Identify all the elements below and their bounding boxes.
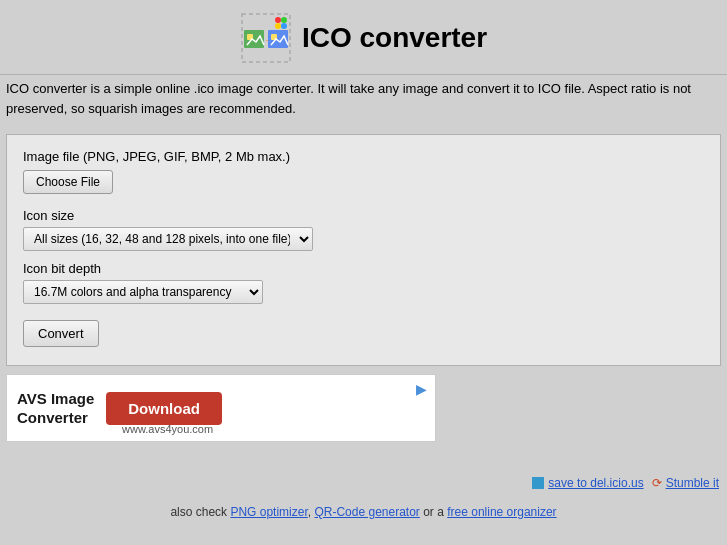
ad-download-button[interactable]: Download bbox=[106, 392, 222, 425]
footer-social-links: save to del.icio.us ⟳ Stumble it bbox=[532, 476, 719, 490]
page-header: → ICO converter bbox=[0, 0, 727, 74]
png-optimizer-link[interactable]: PNG optimizer bbox=[230, 505, 307, 519]
convert-button[interactable]: Convert bbox=[23, 320, 99, 347]
icon-size-select[interactable]: All sizes (16, 32, 48 and 128 pixels, in… bbox=[23, 227, 313, 251]
icon-size-section: Icon size All sizes (16, 32, 48 and 128 … bbox=[23, 208, 704, 251]
file-field-label: Image file (PNG, JPEG, GIF, BMP, 2 Mb ma… bbox=[23, 149, 704, 164]
page-title: ICO converter bbox=[302, 22, 487, 54]
ad-arrow-icon: ▶ bbox=[416, 381, 427, 397]
ad-text: AVS ImageConverter bbox=[17, 389, 94, 428]
choose-file-button[interactable]: Choose File bbox=[23, 170, 113, 194]
stumble-link[interactable]: Stumble it bbox=[666, 476, 719, 490]
svg-point-7 bbox=[281, 17, 287, 23]
save-delicious-link[interactable]: save to del.icio.us bbox=[548, 476, 643, 490]
svg-point-9 bbox=[275, 23, 281, 29]
qr-code-link[interactable]: QR-Code generator bbox=[314, 505, 419, 519]
svg-point-8 bbox=[281, 23, 287, 29]
icon-bit-label: Icon bit depth bbox=[23, 261, 704, 276]
delicious-icon bbox=[532, 477, 544, 489]
svg-point-6 bbox=[275, 17, 281, 23]
stumble-icon: ⟳ bbox=[652, 476, 662, 490]
ad-banner: AVS ImageConverter Download www.avs4you.… bbox=[6, 374, 436, 442]
app-icon: → bbox=[240, 12, 292, 64]
organizer-link[interactable]: free online organizer bbox=[447, 505, 556, 519]
bit-depth-select[interactable]: 16.7M colors and alpha transparency 256 … bbox=[23, 280, 263, 304]
icon-bit-section: Icon bit depth 16.7M colors and alpha tr… bbox=[23, 261, 704, 304]
converter-form: Image file (PNG, JPEG, GIF, BMP, 2 Mb ma… bbox=[6, 134, 721, 366]
icon-size-label: Icon size bbox=[23, 208, 704, 223]
ad-domain: www.avs4you.com bbox=[122, 423, 213, 435]
description-text: ICO converter is a simple online .ico im… bbox=[0, 74, 727, 126]
also-check-footer: also check PNG optimizer, QR-Code genera… bbox=[0, 505, 727, 519]
